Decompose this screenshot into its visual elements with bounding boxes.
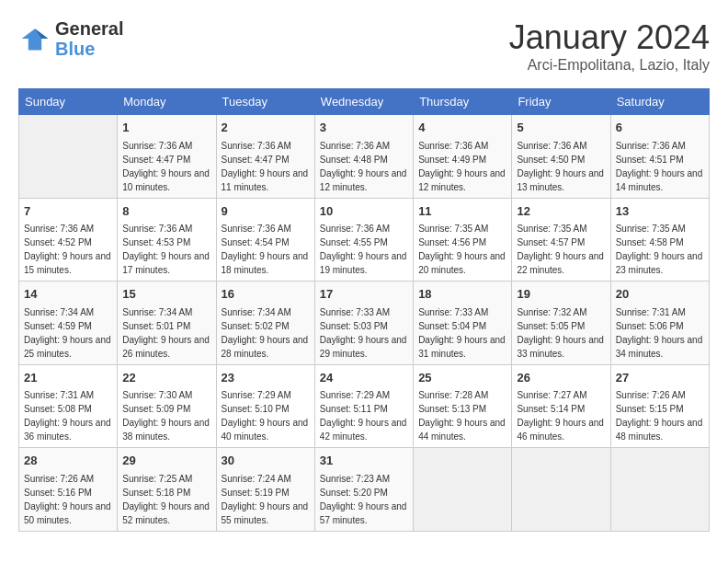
day-number: 10	[320, 202, 408, 221]
calendar-cell: 25Sunrise: 7:28 AMSunset: 5:13 PMDayligh…	[414, 364, 512, 448]
day-number: 14	[24, 285, 112, 304]
day-number: 15	[122, 285, 210, 304]
day-number: 2	[222, 119, 310, 137]
day-number: 27	[616, 369, 704, 387]
day-number: 21	[24, 369, 112, 387]
calendar-cell: 6Sunrise: 7:36 AMSunset: 4:51 PMDaylight…	[610, 115, 709, 199]
day-number: 1	[122, 119, 210, 137]
day-info: Sunrise: 7:36 AMSunset: 4:53 PMDaylight:…	[122, 222, 210, 277]
day-info: Sunrise: 7:36 AMSunset: 4:47 PMDaylight:…	[122, 139, 210, 194]
calendar-cell: 18Sunrise: 7:33 AMSunset: 5:04 PMDayligh…	[414, 282, 512, 365]
day-number: 23	[222, 369, 310, 387]
logo: General Blue	[18, 18, 123, 59]
weekday-header-row: SundayMondayTuesdayWednesdayThursdayFrid…	[19, 89, 710, 115]
calendar-cell: 9Sunrise: 7:36 AMSunset: 4:54 PMDaylight…	[216, 198, 314, 282]
day-info: Sunrise: 7:36 AMSunset: 4:51 PMDaylight:…	[616, 139, 704, 194]
calendar-cell: 28Sunrise: 7:26 AMSunset: 5:16 PMDayligh…	[19, 448, 118, 532]
day-number: 12	[517, 202, 605, 221]
calendar-cell: 1Sunrise: 7:36 AMSunset: 4:47 PMDaylight…	[118, 115, 216, 199]
calendar-table: SundayMondayTuesdayWednesdayThursdayFrid…	[18, 88, 710, 532]
day-number: 25	[418, 369, 506, 387]
calendar-title-area: January 2024 Arci-Empolitana, Lazio, Ita…	[509, 18, 710, 74]
day-number: 20	[616, 285, 704, 304]
calendar-cell: 30Sunrise: 7:24 AMSunset: 5:19 PMDayligh…	[216, 448, 314, 532]
calendar-week-row: 14Sunrise: 7:34 AMSunset: 4:59 PMDayligh…	[19, 282, 710, 365]
calendar-cell: 12Sunrise: 7:35 AMSunset: 4:57 PMDayligh…	[512, 198, 610, 282]
calendar-cell: 16Sunrise: 7:34 AMSunset: 5:02 PMDayligh…	[216, 282, 314, 365]
day-number: 29	[122, 452, 210, 470]
day-info: Sunrise: 7:27 AMSunset: 5:14 PMDaylight:…	[517, 388, 605, 443]
day-info: Sunrise: 7:36 AMSunset: 4:52 PMDaylight:…	[24, 222, 112, 277]
day-info: Sunrise: 7:25 AMSunset: 5:18 PMDaylight:…	[122, 472, 210, 527]
day-number: 4	[418, 119, 506, 137]
calendar-cell	[610, 448, 709, 532]
day-info: Sunrise: 7:36 AMSunset: 4:50 PMDaylight:…	[517, 139, 605, 194]
weekday-header-friday: Friday	[512, 89, 610, 115]
calendar-cell: 20Sunrise: 7:31 AMSunset: 5:06 PMDayligh…	[610, 282, 709, 365]
day-number: 30	[222, 452, 310, 470]
day-number: 18	[418, 285, 506, 304]
calendar-week-row: 7Sunrise: 7:36 AMSunset: 4:52 PMDaylight…	[19, 198, 710, 282]
location-title: Arci-Empolitana, Lazio, Italy	[509, 57, 710, 74]
calendar-week-row: 28Sunrise: 7:26 AMSunset: 5:16 PMDayligh…	[19, 448, 710, 532]
day-number: 13	[616, 202, 704, 221]
day-info: Sunrise: 7:29 AMSunset: 5:11 PMDaylight:…	[320, 388, 408, 443]
calendar-cell: 5Sunrise: 7:36 AMSunset: 4:50 PMDaylight…	[512, 115, 610, 199]
calendar-cell: 29Sunrise: 7:25 AMSunset: 5:18 PMDayligh…	[118, 448, 216, 532]
day-number: 19	[517, 285, 605, 304]
day-number: 8	[122, 202, 210, 221]
day-info: Sunrise: 7:28 AMSunset: 5:13 PMDaylight:…	[418, 388, 506, 443]
day-number: 28	[24, 452, 112, 470]
calendar-cell: 17Sunrise: 7:33 AMSunset: 5:03 PMDayligh…	[314, 282, 413, 365]
calendar-week-row: 21Sunrise: 7:31 AMSunset: 5:08 PMDayligh…	[19, 364, 710, 448]
day-number: 6	[616, 119, 704, 137]
day-info: Sunrise: 7:34 AMSunset: 5:01 PMDaylight:…	[122, 305, 210, 361]
calendar-cell	[19, 115, 118, 199]
day-info: Sunrise: 7:34 AMSunset: 5:02 PMDaylight:…	[222, 305, 310, 361]
day-info: Sunrise: 7:35 AMSunset: 4:56 PMDaylight:…	[418, 222, 506, 277]
calendar-cell: 4Sunrise: 7:36 AMSunset: 4:49 PMDaylight…	[414, 115, 512, 199]
day-info: Sunrise: 7:30 AMSunset: 5:09 PMDaylight:…	[122, 388, 210, 443]
day-info: Sunrise: 7:34 AMSunset: 4:59 PMDaylight:…	[24, 305, 112, 361]
day-number: 31	[320, 452, 408, 470]
calendar-cell: 3Sunrise: 7:36 AMSunset: 4:48 PMDaylight…	[314, 115, 413, 199]
calendar-cell: 13Sunrise: 7:35 AMSunset: 4:58 PMDayligh…	[610, 198, 709, 282]
calendar-cell: 24Sunrise: 7:29 AMSunset: 5:11 PMDayligh…	[314, 364, 413, 448]
month-title: January 2024	[509, 18, 710, 57]
svg-marker-0	[22, 29, 49, 50]
weekday-header-tuesday: Tuesday	[216, 89, 314, 115]
page-header: General Blue January 2024 Arci-Empolitan…	[18, 18, 710, 74]
calendar-week-row: 1Sunrise: 7:36 AMSunset: 4:47 PMDaylight…	[19, 115, 710, 199]
day-number: 16	[222, 285, 310, 304]
day-info: Sunrise: 7:33 AMSunset: 5:04 PMDaylight:…	[418, 305, 506, 361]
calendar-cell: 2Sunrise: 7:36 AMSunset: 4:47 PMDaylight…	[216, 115, 314, 199]
calendar-cell: 10Sunrise: 7:36 AMSunset: 4:55 PMDayligh…	[314, 198, 413, 282]
calendar-cell: 11Sunrise: 7:35 AMSunset: 4:56 PMDayligh…	[414, 198, 512, 282]
day-info: Sunrise: 7:26 AMSunset: 5:16 PMDaylight:…	[24, 472, 112, 527]
logo-bird-icon	[18, 22, 51, 55]
weekday-header-monday: Monday	[118, 89, 216, 115]
day-number: 26	[517, 369, 605, 387]
weekday-header-sunday: Sunday	[19, 89, 118, 115]
day-number: 11	[418, 202, 506, 221]
calendar-cell: 7Sunrise: 7:36 AMSunset: 4:52 PMDaylight…	[19, 198, 118, 282]
calendar-cell: 19Sunrise: 7:32 AMSunset: 5:05 PMDayligh…	[512, 282, 610, 365]
day-number: 5	[517, 119, 605, 137]
calendar-cell: 15Sunrise: 7:34 AMSunset: 5:01 PMDayligh…	[118, 282, 216, 365]
calendar-cell: 21Sunrise: 7:31 AMSunset: 5:08 PMDayligh…	[19, 364, 118, 448]
day-info: Sunrise: 7:23 AMSunset: 5:20 PMDaylight:…	[320, 472, 408, 527]
day-info: Sunrise: 7:36 AMSunset: 4:49 PMDaylight:…	[418, 139, 506, 194]
calendar-cell: 23Sunrise: 7:29 AMSunset: 5:10 PMDayligh…	[216, 364, 314, 448]
calendar-cell: 27Sunrise: 7:26 AMSunset: 5:15 PMDayligh…	[610, 364, 709, 448]
day-number: 9	[222, 202, 310, 221]
day-info: Sunrise: 7:29 AMSunset: 5:10 PMDaylight:…	[222, 388, 310, 443]
calendar-cell: 8Sunrise: 7:36 AMSunset: 4:53 PMDaylight…	[118, 198, 216, 282]
day-info: Sunrise: 7:35 AMSunset: 4:58 PMDaylight:…	[616, 222, 704, 277]
calendar-cell: 26Sunrise: 7:27 AMSunset: 5:14 PMDayligh…	[512, 364, 610, 448]
day-info: Sunrise: 7:36 AMSunset: 4:48 PMDaylight:…	[320, 139, 408, 194]
day-info: Sunrise: 7:33 AMSunset: 5:03 PMDaylight:…	[320, 305, 408, 361]
logo-text: General Blue	[55, 18, 123, 59]
day-info: Sunrise: 7:35 AMSunset: 4:57 PMDaylight:…	[517, 222, 605, 277]
day-number: 17	[320, 285, 408, 304]
weekday-header-thursday: Thursday	[414, 89, 512, 115]
